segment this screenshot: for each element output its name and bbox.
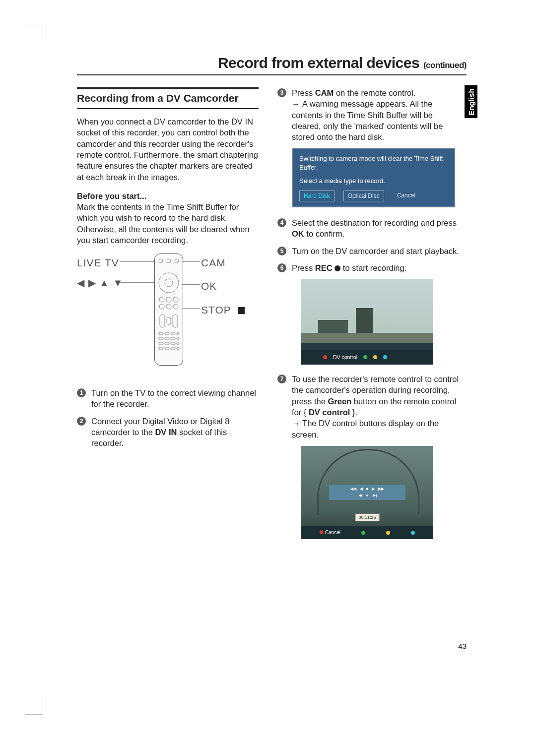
svg-rect-17 <box>177 332 179 335</box>
language-tab: English <box>465 85 477 118</box>
stop-icon <box>238 307 245 314</box>
svg-rect-11 <box>160 315 165 327</box>
cancel-label: Cancel <box>325 530 340 535</box>
red-dot-icon <box>320 530 324 534</box>
svg-rect-20 <box>171 337 175 340</box>
step-6: 6 Press REC to start recording. <box>277 262 459 273</box>
page-number: 43 <box>458 642 467 650</box>
remote-outline <box>154 253 183 366</box>
section-heading: Recording from a DV Camcorder <box>77 87 259 109</box>
svg-rect-25 <box>177 342 179 345</box>
lead-line <box>182 261 200 262</box>
svg-rect-18 <box>159 337 163 340</box>
before-body: Mark the contents in the Time Shift Buff… <box>77 202 250 245</box>
manual-page: Record from external devices (continued)… <box>77 55 467 548</box>
svg-point-3 <box>167 259 171 263</box>
svg-point-4 <box>175 259 179 263</box>
step-number-icon: 3 <box>277 88 286 97</box>
cyan-dot-icon <box>411 531 415 535</box>
svg-rect-29 <box>177 347 179 350</box>
svg-rect-24 <box>171 342 175 345</box>
page-title: Record from external devices (continued) <box>77 55 467 75</box>
step-number-icon: 2 <box>77 417 86 426</box>
svg-rect-26 <box>159 347 163 350</box>
svg-rect-15 <box>165 332 169 335</box>
result-arrow: A warning message appears. All the conte… <box>292 99 443 141</box>
screenshot-dv-buttons: ◀◀ ◀ ■ ▶ ▶▶ |◀ ● ▶| 00:11:25 Cancel <box>301 446 433 539</box>
svg-point-10 <box>173 304 178 309</box>
step-number-icon: 1 <box>77 388 86 397</box>
svg-rect-13 <box>167 317 171 324</box>
yellow-dot-icon <box>373 355 377 359</box>
before-you-start: Before you start... Mark the contents in… <box>77 190 259 246</box>
step-5: 5 Turn on the DV camcorder and start pla… <box>277 246 459 256</box>
step-3: 3 Press CAM on the remote control. A war… <box>277 87 459 142</box>
svg-rect-19 <box>165 337 169 340</box>
media-select-dialog: Switching to camera mode will clear the … <box>292 148 455 207</box>
yellow-dot-icon <box>386 531 390 535</box>
lead-line <box>120 282 154 283</box>
red-dot-icon <box>323 355 327 359</box>
step-7: 7 To use the recorder's remote control t… <box>277 374 459 440</box>
step-1-text: Turn on the TV to the correct viewing ch… <box>91 387 259 410</box>
screenshot-dv-control: DV control <box>301 279 433 365</box>
cancel-button[interactable]: Cancel <box>393 190 419 201</box>
svg-rect-12 <box>173 315 178 327</box>
hard-disk-button[interactable]: Hard Disk <box>299 190 335 201</box>
lead-line <box>182 308 200 309</box>
svg-point-7 <box>173 297 178 302</box>
lead-line <box>120 261 154 262</box>
title-continued: (continued) <box>423 61 467 70</box>
step-2-text: Connect your Digital Video or Digital 8 … <box>91 416 259 449</box>
label-live-tv: LIVE TV <box>77 256 119 270</box>
svg-rect-27 <box>165 347 169 350</box>
step-number-icon: 5 <box>277 247 286 255</box>
step-number-icon: 7 <box>277 375 286 383</box>
label-stop: STOP <box>201 303 245 317</box>
step-1: 1 Turn on the TV to the correct viewing … <box>77 387 259 410</box>
green-dot-icon <box>363 355 367 359</box>
svg-point-2 <box>159 259 163 263</box>
green-dot-icon <box>361 531 365 535</box>
left-column: Recording from a DV Camcorder When you c… <box>77 87 259 548</box>
lead-line <box>182 284 200 285</box>
step-5-text: Turn on the DV camcorder and start playb… <box>292 246 459 256</box>
step-number-icon: 6 <box>277 263 286 272</box>
before-label: Before you start... <box>77 191 146 200</box>
svg-point-5 <box>159 297 164 302</box>
svg-point-0 <box>159 273 179 293</box>
svg-rect-22 <box>159 342 163 345</box>
dialog-line2: Select a media type to record. <box>299 177 448 186</box>
svg-point-9 <box>166 304 171 309</box>
record-icon <box>335 265 340 271</box>
right-column: 3 Press CAM on the remote control. A war… <box>277 87 459 548</box>
language-label: English <box>467 88 475 115</box>
svg-point-6 <box>166 297 171 302</box>
timecode: 00:11:25 <box>355 513 379 521</box>
result-arrow: The DV control buttons display on the sc… <box>292 419 439 439</box>
title-main: Record from external devices <box>218 55 419 71</box>
step-2: 2 Connect your Digital Video or Digital … <box>77 416 259 449</box>
svg-rect-14 <box>159 332 163 335</box>
dialog-line1: Switching to camera mode will clear the … <box>299 154 448 172</box>
svg-rect-21 <box>177 337 179 340</box>
label-cam: CAM <box>201 256 226 270</box>
step-4: 4 Select the destination for recording a… <box>277 217 459 240</box>
svg-rect-16 <box>171 332 175 335</box>
onscreen-transport-controls: ◀◀ ◀ ■ ▶ ▶▶ |◀ ● ▶| <box>329 485 405 501</box>
svg-point-1 <box>165 279 173 287</box>
optical-disc-button[interactable]: Optical Disc <box>343 190 384 201</box>
arrow-keys-icon: ◀ ▶ ▲ ▼ <box>77 276 123 290</box>
label-ok: OK <box>201 279 217 293</box>
step-number-icon: 4 <box>277 218 286 227</box>
svg-rect-28 <box>171 347 175 350</box>
intro-paragraph: When you connect a DV camcorder to the D… <box>77 116 259 183</box>
svg-rect-23 <box>165 342 169 345</box>
dv-control-label: DV control <box>333 354 357 361</box>
cyan-dot-icon <box>383 355 387 359</box>
svg-point-8 <box>159 304 164 309</box>
remote-diagram: LIVE TV ◀ ▶ ▲ ▼ CAM OK STOP <box>77 253 259 373</box>
